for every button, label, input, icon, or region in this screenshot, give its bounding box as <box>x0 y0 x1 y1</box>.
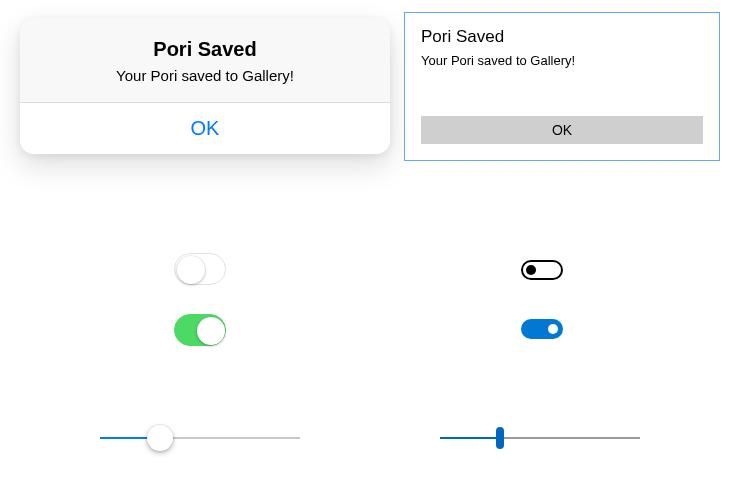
switch-knob-icon <box>526 265 536 275</box>
windows-switch-on[interactable] <box>521 319 563 339</box>
slider-fill <box>440 437 500 439</box>
windows-alert-dialog: Pori Saved Your Pori saved to Gallery! O… <box>404 12 720 161</box>
ios-alert-title: Pori Saved <box>40 38 370 61</box>
ios-slider[interactable] <box>100 424 300 452</box>
windows-alert-title: Pori Saved <box>421 27 703 47</box>
ios-alert-message: Your Pori saved to Gallery! <box>40 67 370 84</box>
windows-switch-off[interactable] <box>521 260 563 280</box>
ios-alert-body: Pori Saved Your Pori saved to Gallery! <box>20 18 390 102</box>
windows-alert-message: Your Pori saved to Gallery! <box>421 53 703 68</box>
slider-thumb-icon <box>496 427 504 449</box>
slider-thumb-icon <box>147 425 173 451</box>
windows-alert-ok-button[interactable]: OK <box>421 116 703 144</box>
switch-knob-icon <box>197 317 225 345</box>
windows-slider[interactable] <box>440 424 640 452</box>
ios-switch-off[interactable] <box>174 253 226 285</box>
switch-knob-icon <box>548 324 558 334</box>
ios-switch-on[interactable] <box>174 314 226 346</box>
ios-alert-dialog: Pori Saved Your Pori saved to Gallery! O… <box>20 18 390 154</box>
switch-knob-icon <box>177 256 205 284</box>
ios-alert-ok-button[interactable]: OK <box>20 103 390 154</box>
